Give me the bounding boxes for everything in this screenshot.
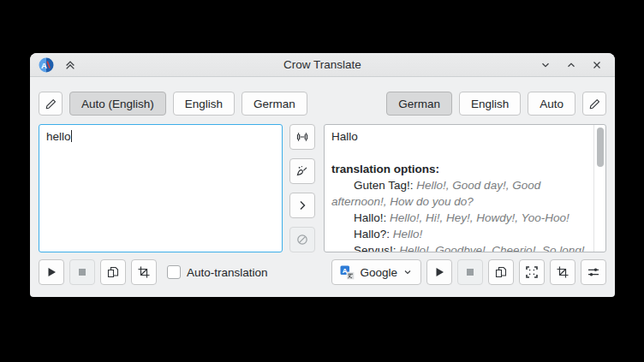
target-lang-german-button[interactable]: German xyxy=(386,92,452,116)
copy-icon xyxy=(494,265,508,279)
crop-icon xyxy=(137,265,151,279)
main-content: Auto (English) English German German Eng… xyxy=(30,77,615,297)
close-icon[interactable] xyxy=(587,56,606,74)
target-toolbar: A Google xyxy=(331,259,606,285)
chevron-down-icon xyxy=(402,267,413,277)
screen-grab-icon xyxy=(525,265,539,279)
settings-button[interactable] xyxy=(581,259,606,285)
cancel-icon xyxy=(295,233,309,246)
clear-icon xyxy=(295,164,309,178)
pencil-icon xyxy=(45,98,57,110)
language-row: Auto (English) English German German Eng… xyxy=(39,92,606,116)
option-variants: Hello!, Goodbye!, Cheerio!, So long! xyxy=(399,244,584,252)
window-title: Crow Translate xyxy=(30,58,615,71)
engine-dropdown[interactable]: A Google xyxy=(331,259,421,285)
stop-icon xyxy=(75,265,89,279)
swap-languages-button[interactable] xyxy=(289,124,315,150)
source-stop-button xyxy=(69,259,95,285)
pencil-icon xyxy=(588,98,601,110)
crow-translate-window: A Crow Translate xyxy=(30,53,615,297)
keep-above-icon[interactable] xyxy=(61,56,80,74)
option-term: Servus!: xyxy=(354,244,397,252)
auto-translation-control: Auto-translation xyxy=(167,265,268,279)
blank-line xyxy=(331,145,588,161)
translation-area: hello xyxy=(39,124,606,252)
translated-word: Hallo xyxy=(331,128,588,145)
option-term: Hallo?: xyxy=(354,228,390,240)
clear-text-button[interactable] xyxy=(289,158,315,184)
source-text-input[interactable]: hello xyxy=(39,124,283,252)
target-crop-button[interactable] xyxy=(550,259,575,285)
translation-result-panel[interactable]: Hallo translation options: Guten Tag!: H… xyxy=(324,124,606,252)
middle-button-column xyxy=(289,124,315,252)
auto-translation-label: Auto-translation xyxy=(187,266,268,279)
translation-option: Guten Tag!: Hello!, Good day!, Good afte… xyxy=(331,177,588,210)
option-variants: Hello!, Hi!, Hey!, Howdy!, Yoo-Hoo! xyxy=(390,211,569,224)
translation-option: Hallo!: Hello!, Hi!, Hey!, Howdy!, Yoo-H… xyxy=(331,210,588,226)
source-lang-german-button[interactable]: German xyxy=(242,92,307,116)
target-play-button[interactable] xyxy=(426,259,452,285)
minimize-icon[interactable] xyxy=(536,56,555,74)
google-translate-icon: A xyxy=(340,265,355,280)
source-text: hello xyxy=(46,130,71,143)
cancel-translation-button xyxy=(289,227,315,252)
source-edit-languages-button[interactable] xyxy=(39,92,63,116)
option-term: Hallo!: xyxy=(354,211,386,224)
source-lang-english-button[interactable]: English xyxy=(173,92,235,116)
option-term: Guten Tag!: xyxy=(354,179,414,192)
options-heading: translation options: xyxy=(331,161,588,177)
translate-arrow-icon xyxy=(295,199,309,212)
auto-translation-checkbox[interactable] xyxy=(167,265,181,279)
translation-option: Servus!: Hello!, Goodbye!, Cheerio!, So … xyxy=(331,242,588,252)
crop-icon xyxy=(556,265,569,279)
scrollbar-thumb[interactable] xyxy=(597,128,604,167)
translation-result-text: Hallo translation options: Guten Tag!: H… xyxy=(325,125,593,252)
source-lang-auto-button[interactable]: Auto (English) xyxy=(69,92,166,116)
result-scrollbar xyxy=(593,125,605,252)
translation-option: Hallo?: Hello! xyxy=(331,226,588,242)
copy-icon xyxy=(106,265,120,279)
play-icon xyxy=(432,265,446,279)
stop-icon xyxy=(463,265,477,279)
target-copy-button[interactable] xyxy=(488,259,514,285)
target-lang-english-button[interactable]: English xyxy=(459,92,521,116)
swap-languages-icon xyxy=(295,130,309,144)
target-edit-languages-button[interactable] xyxy=(582,92,606,116)
target-stop-button xyxy=(457,259,483,285)
source-copy-button[interactable] xyxy=(100,259,126,285)
titlebar: A Crow Translate xyxy=(30,53,615,77)
settings-sliders-icon xyxy=(587,265,600,279)
target-language-group: German English Auto xyxy=(386,92,606,116)
svg-text:A: A xyxy=(41,60,47,69)
text-cursor xyxy=(71,130,72,142)
option-variants: Hello! xyxy=(393,228,423,240)
source-toolbar: Auto-translation xyxy=(39,259,268,285)
maximize-icon[interactable] xyxy=(562,56,581,74)
target-lang-auto-button[interactable]: Auto xyxy=(528,92,575,116)
source-crop-button[interactable] xyxy=(131,259,157,285)
play-icon xyxy=(45,265,58,279)
bottom-toolbar: Auto-translation A Google xyxy=(39,259,606,285)
engine-name: Google xyxy=(360,266,397,279)
app-icon[interactable]: A xyxy=(39,57,54,73)
translate-button[interactable] xyxy=(289,193,315,218)
source-language-group: Auto (English) English German xyxy=(39,92,307,116)
source-play-button[interactable] xyxy=(39,259,64,285)
screen-grab-button[interactable] xyxy=(519,259,545,285)
